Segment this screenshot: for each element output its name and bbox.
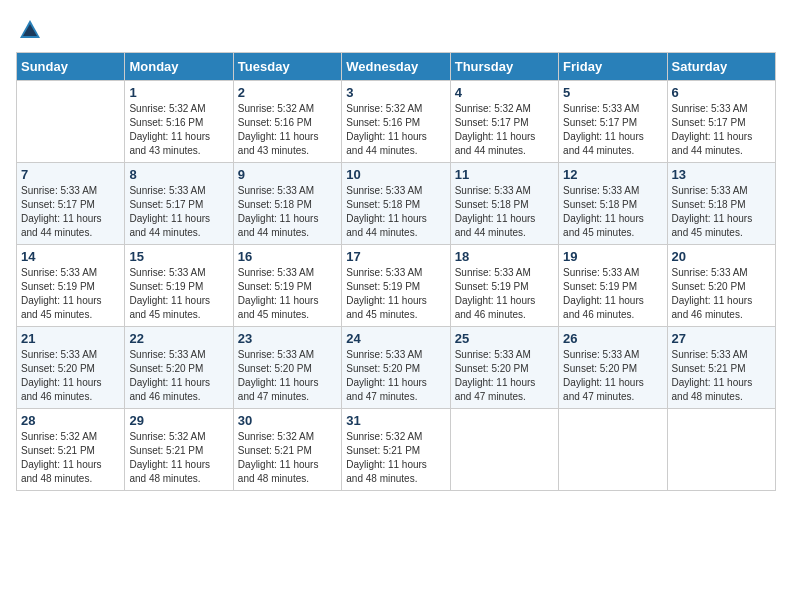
day-cell: 14Sunrise: 5:33 AM Sunset: 5:19 PM Dayli… [17,245,125,327]
day-number: 20 [672,249,771,264]
day-detail: Sunrise: 5:33 AM Sunset: 5:17 PM Dayligh… [21,184,120,240]
day-number: 10 [346,167,445,182]
day-detail: Sunrise: 5:33 AM Sunset: 5:19 PM Dayligh… [563,266,662,322]
day-cell: 7Sunrise: 5:33 AM Sunset: 5:17 PM Daylig… [17,163,125,245]
day-detail: Sunrise: 5:33 AM Sunset: 5:18 PM Dayligh… [238,184,337,240]
day-cell: 16Sunrise: 5:33 AM Sunset: 5:19 PM Dayli… [233,245,341,327]
day-detail: Sunrise: 5:33 AM Sunset: 5:19 PM Dayligh… [238,266,337,322]
day-detail: Sunrise: 5:32 AM Sunset: 5:21 PM Dayligh… [21,430,120,486]
logo-icon [16,16,44,44]
day-cell: 3Sunrise: 5:32 AM Sunset: 5:16 PM Daylig… [342,81,450,163]
day-number: 19 [563,249,662,264]
day-detail: Sunrise: 5:33 AM Sunset: 5:20 PM Dayligh… [563,348,662,404]
day-detail: Sunrise: 5:32 AM Sunset: 5:16 PM Dayligh… [346,102,445,158]
day-cell: 6Sunrise: 5:33 AM Sunset: 5:17 PM Daylig… [667,81,775,163]
day-detail: Sunrise: 5:33 AM Sunset: 5:18 PM Dayligh… [563,184,662,240]
day-number: 30 [238,413,337,428]
day-cell: 15Sunrise: 5:33 AM Sunset: 5:19 PM Dayli… [125,245,233,327]
day-detail: Sunrise: 5:33 AM Sunset: 5:19 PM Dayligh… [455,266,554,322]
week-row-5: 28Sunrise: 5:32 AM Sunset: 5:21 PM Dayli… [17,409,776,491]
column-header-monday: Monday [125,53,233,81]
day-cell: 4Sunrise: 5:32 AM Sunset: 5:17 PM Daylig… [450,81,558,163]
day-number: 3 [346,85,445,100]
column-header-thursday: Thursday [450,53,558,81]
day-detail: Sunrise: 5:33 AM Sunset: 5:17 PM Dayligh… [672,102,771,158]
day-detail: Sunrise: 5:33 AM Sunset: 5:20 PM Dayligh… [346,348,445,404]
column-header-saturday: Saturday [667,53,775,81]
day-cell: 5Sunrise: 5:33 AM Sunset: 5:17 PM Daylig… [559,81,667,163]
week-row-1: 1Sunrise: 5:32 AM Sunset: 5:16 PM Daylig… [17,81,776,163]
day-detail: Sunrise: 5:33 AM Sunset: 5:18 PM Dayligh… [672,184,771,240]
day-number: 22 [129,331,228,346]
day-detail: Sunrise: 5:32 AM Sunset: 5:21 PM Dayligh… [238,430,337,486]
week-row-2: 7Sunrise: 5:33 AM Sunset: 5:17 PM Daylig… [17,163,776,245]
logo [16,16,48,44]
calendar-header-row: SundayMondayTuesdayWednesdayThursdayFrid… [17,53,776,81]
day-number: 26 [563,331,662,346]
day-number: 28 [21,413,120,428]
page-header [16,16,776,44]
day-detail: Sunrise: 5:33 AM Sunset: 5:19 PM Dayligh… [346,266,445,322]
day-cell: 19Sunrise: 5:33 AM Sunset: 5:19 PM Dayli… [559,245,667,327]
day-detail: Sunrise: 5:33 AM Sunset: 5:20 PM Dayligh… [455,348,554,404]
day-detail: Sunrise: 5:33 AM Sunset: 5:20 PM Dayligh… [21,348,120,404]
day-number: 24 [346,331,445,346]
day-number: 23 [238,331,337,346]
day-cell: 20Sunrise: 5:33 AM Sunset: 5:20 PM Dayli… [667,245,775,327]
day-detail: Sunrise: 5:33 AM Sunset: 5:20 PM Dayligh… [672,266,771,322]
day-detail: Sunrise: 5:33 AM Sunset: 5:18 PM Dayligh… [455,184,554,240]
day-cell: 9Sunrise: 5:33 AM Sunset: 5:18 PM Daylig… [233,163,341,245]
day-number: 15 [129,249,228,264]
day-cell: 10Sunrise: 5:33 AM Sunset: 5:18 PM Dayli… [342,163,450,245]
day-detail: Sunrise: 5:32 AM Sunset: 5:16 PM Dayligh… [238,102,337,158]
day-detail: Sunrise: 5:32 AM Sunset: 5:16 PM Dayligh… [129,102,228,158]
day-detail: Sunrise: 5:32 AM Sunset: 5:21 PM Dayligh… [346,430,445,486]
day-number: 8 [129,167,228,182]
day-detail: Sunrise: 5:33 AM Sunset: 5:19 PM Dayligh… [21,266,120,322]
day-number: 14 [21,249,120,264]
day-cell [450,409,558,491]
day-detail: Sunrise: 5:33 AM Sunset: 5:20 PM Dayligh… [129,348,228,404]
day-number: 2 [238,85,337,100]
day-cell: 21Sunrise: 5:33 AM Sunset: 5:20 PM Dayli… [17,327,125,409]
day-cell: 8Sunrise: 5:33 AM Sunset: 5:17 PM Daylig… [125,163,233,245]
day-detail: Sunrise: 5:33 AM Sunset: 5:18 PM Dayligh… [346,184,445,240]
day-cell: 23Sunrise: 5:33 AM Sunset: 5:20 PM Dayli… [233,327,341,409]
day-cell: 28Sunrise: 5:32 AM Sunset: 5:21 PM Dayli… [17,409,125,491]
day-cell: 2Sunrise: 5:32 AM Sunset: 5:16 PM Daylig… [233,81,341,163]
day-number: 25 [455,331,554,346]
day-cell [559,409,667,491]
day-detail: Sunrise: 5:32 AM Sunset: 5:17 PM Dayligh… [455,102,554,158]
day-number: 11 [455,167,554,182]
day-detail: Sunrise: 5:32 AM Sunset: 5:21 PM Dayligh… [129,430,228,486]
column-header-tuesday: Tuesday [233,53,341,81]
day-detail: Sunrise: 5:33 AM Sunset: 5:17 PM Dayligh… [563,102,662,158]
day-number: 29 [129,413,228,428]
day-cell: 12Sunrise: 5:33 AM Sunset: 5:18 PM Dayli… [559,163,667,245]
day-cell: 31Sunrise: 5:32 AM Sunset: 5:21 PM Dayli… [342,409,450,491]
day-cell [667,409,775,491]
day-number: 6 [672,85,771,100]
week-row-3: 14Sunrise: 5:33 AM Sunset: 5:19 PM Dayli… [17,245,776,327]
column-header-wednesday: Wednesday [342,53,450,81]
day-number: 5 [563,85,662,100]
day-cell: 1Sunrise: 5:32 AM Sunset: 5:16 PM Daylig… [125,81,233,163]
day-cell: 29Sunrise: 5:32 AM Sunset: 5:21 PM Dayli… [125,409,233,491]
day-number: 21 [21,331,120,346]
day-number: 13 [672,167,771,182]
day-cell: 24Sunrise: 5:33 AM Sunset: 5:20 PM Dayli… [342,327,450,409]
day-detail: Sunrise: 5:33 AM Sunset: 5:17 PM Dayligh… [129,184,228,240]
day-cell: 11Sunrise: 5:33 AM Sunset: 5:18 PM Dayli… [450,163,558,245]
day-cell: 22Sunrise: 5:33 AM Sunset: 5:20 PM Dayli… [125,327,233,409]
column-header-sunday: Sunday [17,53,125,81]
calendar-table: SundayMondayTuesdayWednesdayThursdayFrid… [16,52,776,491]
day-cell: 30Sunrise: 5:32 AM Sunset: 5:21 PM Dayli… [233,409,341,491]
day-cell: 17Sunrise: 5:33 AM Sunset: 5:19 PM Dayli… [342,245,450,327]
day-number: 1 [129,85,228,100]
day-cell: 25Sunrise: 5:33 AM Sunset: 5:20 PM Dayli… [450,327,558,409]
day-number: 9 [238,167,337,182]
day-number: 17 [346,249,445,264]
week-row-4: 21Sunrise: 5:33 AM Sunset: 5:20 PM Dayli… [17,327,776,409]
day-number: 27 [672,331,771,346]
day-cell: 26Sunrise: 5:33 AM Sunset: 5:20 PM Dayli… [559,327,667,409]
